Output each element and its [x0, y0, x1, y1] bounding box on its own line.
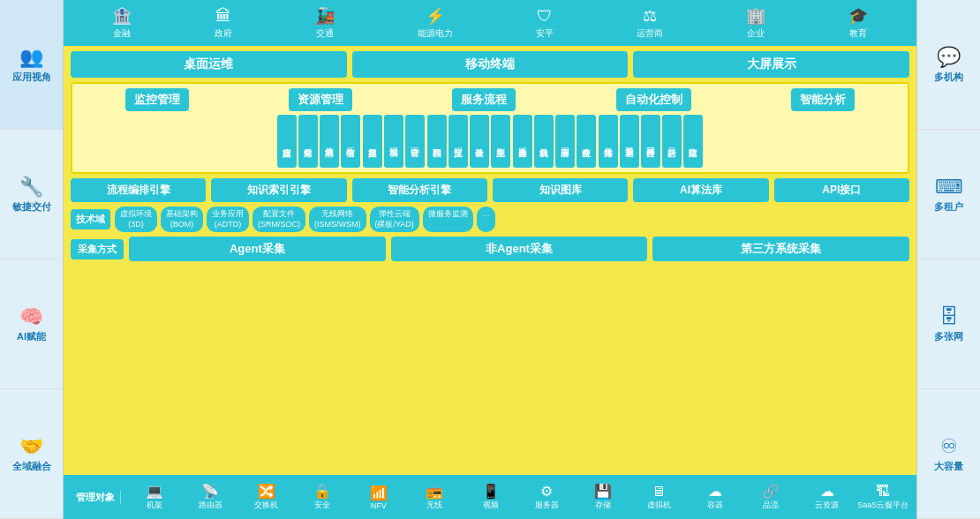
sub-item-hgjc[interactable]: 合规检查	[577, 115, 596, 168]
sub-item-gzdw[interactable]: 故障定位	[683, 115, 703, 168]
top-bar-item-6[interactable]: 🏢 企业	[741, 4, 771, 41]
sub-item-zdymx[interactable]: 自定义模型	[363, 115, 382, 168]
sub-item-lcdy[interactable]: 流程定义	[449, 115, 468, 168]
left-sidebar-item-0[interactable]: 👥 应用视角	[0, 0, 63, 130]
managed-object-5[interactable]: 📻 无线	[409, 483, 462, 511]
right-sidebar-icon-3: ♾	[940, 435, 958, 458]
managed-object-6[interactable]: 📱 视频	[464, 483, 517, 511]
top-bar-icon-5: ⚖	[643, 6, 657, 26]
arch-body: 桌面运维 移动终端 大屏展示 监控管理 资源管理 服务流程 自动化控制 智能分析…	[64, 46, 916, 475]
sub-item-ywgz[interactable]: 业务规则	[491, 115, 510, 168]
sub-item-lbth[interactable]: 联邦调和	[427, 115, 447, 168]
managed-object-4[interactable]: 📶 NFV	[352, 485, 405, 510]
managed-object-label-0: 机架	[147, 500, 162, 511]
top-domain-bar: 🏦 金融 🏛 政府 🚂 交通 ⚡ 能源电力 🛡 安平 ⚖ 运营商 🏢 企业 🎓 …	[64, 0, 916, 46]
sub-item-rlyz[interactable]: 容量预测	[620, 115, 639, 168]
top-bar-item-4[interactable]: 🛡 安平	[531, 5, 559, 41]
managed-object-7[interactable]: ⚙ 服务器	[521, 483, 574, 511]
managed-object-icon-8: 💾	[594, 483, 612, 500]
sub-item-bdsj[interactable]: 表单设计	[470, 115, 489, 168]
tech-domain-row: 技术域 虚拟环境(3D) 基础架构(BOM) 业务应用(ADTD) 配置文件(S…	[71, 207, 909, 232]
sub-items-row: 自定义指标 分时采集 动态阈值 告警压缩 自定义模型 自动发现 变更审计 联邦调…	[78, 115, 902, 168]
tech-chip-cloud: 弹性云端(裸板/YAD)	[370, 207, 419, 232]
sub-item-zdyzb[interactable]: 自定义指标	[277, 115, 297, 168]
left-sidebar-icon-1: 🔧	[19, 176, 43, 199]
top-bar-label-0: 金融	[113, 27, 131, 40]
tech-chip-more[interactable]: …	[477, 207, 495, 232]
top-bar-label-2: 交通	[316, 27, 334, 40]
engine-workflow: 流程编排引擎	[71, 178, 206, 202]
managed-object-icon-10: ☁	[708, 483, 722, 500]
managed-object-label-11: 品流	[763, 500, 779, 511]
sub-item-rwbp[interactable]: 任务编排	[599, 115, 618, 168]
sub-item-kyxfx[interactable]: 可用性分析	[641, 115, 660, 168]
tech-chip-wireless: 无线网络(ISMS/WSM)	[309, 207, 366, 232]
mgmt-section: 监控管理 资源管理 服务流程 自动化控制 智能分析 自定义指标 分时采集 动态阈…	[71, 82, 909, 174]
managed-object-10[interactable]: ☁ 容器	[689, 483, 742, 511]
managed-object-label-3: 安全	[314, 500, 330, 511]
managed-object-icon-3: 🔒	[313, 483, 331, 500]
managed-object-3[interactable]: 🔒 安全	[297, 483, 350, 511]
sub-item-gjyy[interactable]: 告警压缩	[341, 115, 360, 168]
top-bar-item-2[interactable]: 🚂 交通	[310, 4, 340, 41]
top-bar-label-5: 运营商	[637, 27, 663, 40]
right-sidebar: 💬 多机构 ⌨ 多租户 🗄 多张网 ♾ 大容量	[916, 0, 980, 519]
right-sidebar-icon-1: ⌨	[935, 176, 963, 199]
sub-group-intelligent: 任务编排 容量预测 可用性分析 日志分析 故障定位	[599, 115, 703, 168]
sub-item-dtyz[interactable]: 动态阈值	[320, 115, 339, 168]
right-sidebar-item-1[interactable]: ⌨ 多租户	[917, 130, 980, 260]
top-bar-item-0[interactable]: 🏦 金融	[107, 4, 137, 41]
platform-desktop: 桌面运维	[71, 51, 347, 78]
top-bar-icon-7: 🎓	[848, 6, 868, 26]
left-sidebar-item-2[interactable]: 🧠 AI赋能	[0, 260, 63, 389]
tech-chip-app: 业务应用(ADTD)	[207, 207, 249, 232]
sub-item-fscj[interactable]: 分时采集	[298, 115, 318, 168]
tech-chips: 虚拟环境(3D) 基础架构(BOM) 业务应用(ADTD) 配置文件(SRM/S…	[115, 207, 909, 232]
managed-object-13[interactable]: 🏗 SaaS云服平台	[857, 484, 910, 511]
managed-object-label-9: 虚拟机	[647, 500, 671, 511]
managed-object-9[interactable]: 🖥 虚拟机	[633, 484, 686, 511]
managed-object-8[interactable]: 💾 存储	[577, 483, 629, 511]
sub-group-service: 联邦调和 流程定义 表单设计 业务规则	[427, 115, 510, 168]
top-bar-item-1[interactable]: 🏛 政府	[209, 5, 237, 41]
tech-chip-config: 配置文件(SRM/SOC)	[253, 207, 305, 232]
sub-item-zzsw[interactable]: 自助服务台	[513, 115, 532, 168]
left-sidebar-item-1[interactable]: 🔧 敏捷交付	[0, 130, 63, 260]
top-bar-icon-2: 🚂	[315, 6, 335, 26]
managed-object-0[interactable]: 💻 机架	[128, 483, 181, 511]
mgmt-header-row: 监控管理 资源管理 服务流程 自动化控制 智能分析	[78, 88, 902, 111]
engine-knowledge: 知识索引引擎	[211, 178, 346, 202]
engine-analysis: 智能分析引擎	[352, 178, 487, 202]
right-sidebar-item-3[interactable]: ♾ 大容量	[917, 389, 980, 519]
managed-object-label-5: 无线	[426, 500, 442, 511]
left-sidebar-label-2: AI赋能	[17, 331, 46, 342]
managed-object-12[interactable]: ☁ 云资源	[801, 483, 854, 511]
top-bar-item-3[interactable]: ⚡ 能源电力	[412, 4, 458, 41]
right-sidebar-item-0[interactable]: 💬 多机构	[917, 0, 980, 130]
managed-object-icon-9: 🖥	[652, 484, 666, 500]
top-bar-label-3: 能源电力	[418, 27, 453, 40]
collection-agent: Agent采集	[129, 237, 386, 261]
top-bar-icon-0: 🏦	[112, 6, 132, 26]
managed-object-label-8: 存储	[595, 500, 611, 511]
engine-ai: AI算法库	[633, 178, 768, 202]
top-bar-item-7[interactable]: 🎓 教育	[843, 4, 873, 41]
sub-item-rzfx[interactable]: 日志分析	[662, 115, 682, 168]
top-bar-item-5[interactable]: ⚖ 运营商	[631, 4, 668, 41]
sub-item-bgj[interactable]: 变更审计	[405, 115, 425, 168]
left-sidebar-icon-3: 🤝	[19, 435, 43, 458]
managed-object-11[interactable]: 🔗 品流	[745, 483, 798, 511]
sub-item-zdzj[interactable]: 自动装机	[534, 115, 554, 168]
right-sidebar-item-2[interactable]: 🗄 多张网	[917, 260, 980, 389]
right-sidebar-label-2: 多张网	[934, 331, 963, 342]
mgmt-header-monitor: 监控管理	[125, 88, 189, 111]
sub-item-yybsz[interactable]: 应用部署	[555, 115, 575, 168]
managed-object-1[interactable]: 📡 路由器	[185, 483, 237, 511]
sub-item-zdfc[interactable]: 自动发现	[384, 115, 403, 168]
managed-object-label-10: 容器	[707, 500, 723, 511]
left-sidebar-item-3[interactable]: 🤝 全域融合	[0, 389, 63, 519]
top-bar-label-1: 政府	[215, 27, 232, 40]
managed-object-icon-6: 📱	[482, 483, 500, 500]
managed-object-2[interactable]: 🔀 交换机	[240, 483, 293, 511]
top-bar-label-4: 安平	[536, 27, 554, 40]
